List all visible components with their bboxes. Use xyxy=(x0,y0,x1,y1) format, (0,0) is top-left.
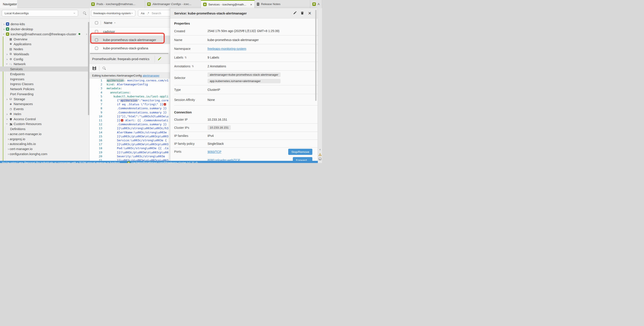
editor-line: 17 }}\u003c/p\u003e\n\u003cp\u003 xyxy=(90,142,170,146)
tab-release-notes[interactable]: Release Notes xyxy=(255,0,310,8)
regex-toggle[interactable]: .* xyxy=(147,12,149,15)
sidebar-item-custom-resources[interactable]: ›Custom Resources xyxy=(0,122,89,126)
detail-value: IPv4 xyxy=(208,134,214,138)
sort-ascending-icon[interactable]: › xyxy=(114,22,116,23)
sidebar-item-cert-manager-io[interactable]: ›cert-manager.io xyxy=(0,146,89,151)
editing-resource-link[interactable]: alertmanager xyxy=(142,74,160,77)
line-code: .CommonAnnotations.summary }} xyxy=(106,110,167,114)
chevron-down-icon: › xyxy=(73,13,76,14)
stop-remove-button[interactable]: Stop/Remove xyxy=(288,149,312,155)
delete-trash-icon[interactable] xyxy=(300,11,304,16)
editor-line: 16 Service:\u003c/strong\u003e { xyxy=(90,138,170,142)
sidebar-item-demo-k8s[interactable]: ›☸demo-k8s xyxy=(0,22,89,27)
sidebar-item-storage[interactable]: ›⛁Storage xyxy=(0,96,89,102)
sidebar-item-icecheng-mathmast-com-freeleaps-cluster[interactable]: ›☸icecheng@mathmast.com@freeleaps-cluste… xyxy=(0,32,89,37)
sidebar-item-argoproj-io[interactable]: ›argoproj.io xyxy=(0,136,89,142)
table-row-cadvisor[interactable]: cadvisor xyxy=(90,28,170,36)
sidebar-item-configuration-konghq-com[interactable]: ›configuration.konghq.com xyxy=(0,151,89,156)
alert-emoji-icon xyxy=(121,119,123,122)
drawer-scrollbar[interactable] xyxy=(315,10,316,101)
kubernetes-icon: ☸ xyxy=(127,162,130,163)
tab-label: Services - icecheng@math... xyxy=(208,3,246,6)
sidebar-item-label: Overview xyxy=(14,37,28,41)
collapse-chevron-icon[interactable]: ‹ xyxy=(318,148,322,151)
edit-pencil-icon[interactable] xyxy=(293,11,296,16)
sidebar-item-label: Network xyxy=(14,62,26,66)
line-number: 1 xyxy=(90,78,102,82)
puzzle-icon xyxy=(9,122,12,126)
detail-row-type: TypeClusterIP xyxy=(174,85,318,94)
tab-pods-icecheng-mathmas-[interactable]: ☸Pods - icecheng@mathmas... xyxy=(89,0,145,8)
name-column-header[interactable]: Name xyxy=(104,21,112,24)
services-list-pane: freeleaps-monitoring-system › Aa .* Sear… xyxy=(90,8,170,163)
kubernetes-icon: ☸ xyxy=(147,2,151,6)
sidebar-item-definitions[interactable]: Definitions xyxy=(0,126,89,132)
cluster-status-text[interactable]: icecheng@mathmast.com@freeleaps-cluster … xyxy=(132,161,198,163)
sidebar-item-port-forwarding[interactable]: Port Forwarding xyxy=(0,92,89,96)
tab-alertmanager-configs-ice[interactable]: ☸Alertmanager Configs - icec... xyxy=(145,0,201,8)
row-checkbox[interactable] xyxy=(95,38,98,42)
match-case-toggle[interactable]: Aa xyxy=(141,12,144,15)
line-code: kubectl.kubernetes.io/last-appli xyxy=(106,94,168,98)
list-search-input[interactable]: Aa .* Search xyxy=(138,10,170,16)
tab-services-icecheng-math-[interactable]: ☸Services - icecheng@math...× xyxy=(201,0,255,8)
sidebar-item-ingresses[interactable]: Ingresses xyxy=(0,76,89,82)
close-icon[interactable]: ✕ xyxy=(308,11,312,15)
sidebar-item-endpoints[interactable]: Endpoints xyxy=(0,72,89,76)
chevron-right-icon: › xyxy=(6,112,8,116)
sidebar-item-network-policies[interactable]: Network Policies xyxy=(0,86,89,92)
search-icon[interactable] xyxy=(83,12,86,15)
sidebar-item-services[interactable]: Services xyxy=(0,66,89,72)
sidebar-item-config[interactable]: ›⚙Config xyxy=(0,56,89,62)
editor-search-icon[interactable] xyxy=(102,66,106,70)
chevron-right-icon[interactable]: › xyxy=(86,32,87,36)
sidebar-item-docker-desktop[interactable]: ›☸docker-desktop xyxy=(0,26,89,32)
chevron-down-icon: › xyxy=(2,33,6,35)
close-icon[interactable]: × xyxy=(250,3,252,6)
section-heading-properties: Properties xyxy=(174,20,318,27)
detail-row-session-affinity: Session AffinityNone xyxy=(174,94,318,106)
line-number: 18 xyxy=(90,146,102,150)
sidebar-scrollbar[interactable] xyxy=(88,22,89,115)
editor-line: 19 }})\u003c/p\u003e\n\u003cp\u00 xyxy=(90,150,170,154)
row-checkbox[interactable] xyxy=(95,30,98,33)
detail-label: IP family policy xyxy=(174,142,208,146)
kubernetes-icon: ☸ xyxy=(6,22,9,26)
editor-line: 5 kubectl.kubernetes.io/last-appli xyxy=(90,94,170,98)
tab-partial[interactable]: ☸A xyxy=(310,0,322,8)
terminal-icon[interactable] xyxy=(319,158,321,160)
sidebar-item-overview[interactable]: ›▦Overview xyxy=(0,37,89,42)
namespace-select[interactable]: freeleaps-monitoring-system › xyxy=(91,10,135,16)
sidebar-item-applications[interactable]: ›❖Applications xyxy=(0,42,89,47)
sort-toggle-icon[interactable]: ⇅ xyxy=(184,56,187,59)
line-code: Service:\u003c/strong\u003e { xyxy=(106,138,167,142)
sidebar-item-label: Helm xyxy=(14,112,21,116)
sidebar-item-helm[interactable]: ›☸Helm xyxy=(0,112,89,116)
sidebar-item-access-control[interactable]: ›Access Control xyxy=(0,116,89,122)
sidebar-item-events[interactable]: ›◷Events xyxy=(0,106,89,112)
kubeconfig-select[interactable]: Local Kubeconfigs › xyxy=(2,10,78,16)
document-tabs: ☸Pods - icecheng@mathmas...☸Alertmanager… xyxy=(89,0,322,8)
drawer-body: PropertiesCreated254d 17h 50m ago (2025年… xyxy=(170,18,318,163)
sidebar-item-acme-cert-manager-io[interactable]: ›acme.cert-manager.io xyxy=(0,132,89,136)
table-row-kube-prometheus-stack-grafana[interactable]: kube-prometheus-stack-grafana xyxy=(90,44,170,52)
sort-toggle-icon[interactable]: ⇅ xyxy=(192,65,194,68)
sidebar-item-ingress-classes[interactable]: Ingress Classes xyxy=(0,82,89,87)
sidebar-item-autoscaling-k8s-io[interactable]: ›autoscaling.k8s.io xyxy=(0,142,89,146)
sidebar-item-workloads[interactable]: ›⧉Workloads xyxy=(0,52,89,56)
row-checkbox[interactable] xyxy=(95,47,98,50)
editing-bar: Editing kubernetes AlertmanagerConfig al… xyxy=(90,72,170,78)
table-row-kube-prometheus-stack-alertmanager[interactable]: kube-prometheus-stack-alertmanager xyxy=(90,36,170,44)
editor-line: 10 }}"}],"html":"\u003ch3\u003e\u xyxy=(90,114,170,118)
sidebar-item-nodes[interactable]: ›▤Nodes xyxy=(0,46,89,52)
select-all-checkbox[interactable] xyxy=(95,21,98,24)
port-link[interactable]: 9093/TCP xyxy=(208,150,221,154)
warning-icon[interactable] xyxy=(318,153,322,157)
navigator-panel-tab[interactable]: Navigator xyxy=(0,0,18,8)
sidebar-item-namespaces[interactable]: ›◈Namespaces xyxy=(0,102,89,106)
sidebar-item-network[interactable]: ›↑↓Network xyxy=(0,62,89,67)
save-icon[interactable] xyxy=(92,66,96,70)
edit-pencil-icon[interactable] xyxy=(158,57,161,62)
yaml-editor[interactable]: 1apiVersion: monitoring.coreos.com/v12ki… xyxy=(90,78,170,163)
namespace-link[interactable]: freeleaps-monitoring-system xyxy=(208,47,246,50)
